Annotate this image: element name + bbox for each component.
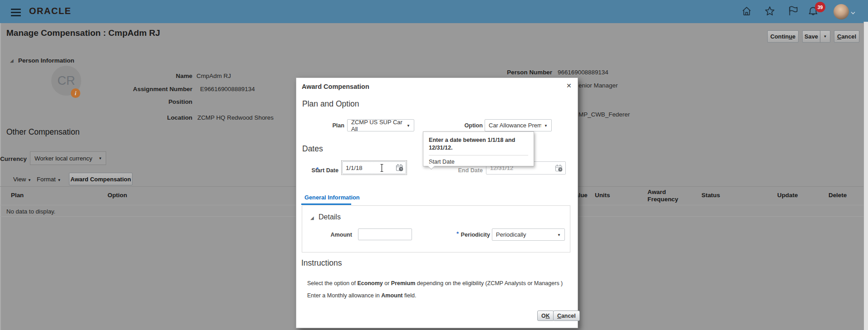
other-compensation-title: Other Compensation	[6, 127, 79, 137]
end-date-calendar-icon[interactable]	[555, 164, 563, 174]
dates-heading: Dates	[302, 144, 323, 154]
page-title: Manage Compensation : CmpAdm RJ	[6, 28, 160, 38]
column-header-award-frequency[interactable]: Award Frequency	[647, 189, 683, 203]
periodicity-label: Periodicity	[460, 232, 490, 238]
instructions-line-2: Enter a Monthly allowance in Amount fiel…	[307, 292, 416, 299]
global-header: ORACLE 39	[0, 0, 868, 23]
award-compensation-button[interactable]: Award Compensation	[69, 173, 132, 185]
column-header-update[interactable]: Update	[777, 192, 798, 199]
person-info-section-title: Person Information	[18, 57, 74, 64]
plan-option-heading: Plan and Option	[302, 99, 359, 109]
info-badge-icon[interactable]: i	[71, 88, 80, 98]
notification-count-badge: 39	[815, 2, 825, 12]
start-date-label: Start Date	[296, 167, 338, 174]
instructions-heading: Instructions	[301, 258, 342, 268]
column-header-option[interactable]: Option	[108, 192, 127, 199]
periodicity-required-marker: *	[456, 230, 459, 237]
date-tooltip: Enter a date between 1/1/18 and 12/31/12…	[423, 131, 534, 166]
periodicity-dropdown-arrow: ▼	[557, 233, 561, 237]
menu-hamburger-icon[interactable]	[11, 7, 21, 18]
person-number-label: Person Number	[481, 69, 552, 76]
watchlist-flag-icon[interactable]	[787, 5, 799, 17]
column-header-units[interactable]: Units	[595, 192, 610, 199]
location-label: Location	[102, 114, 192, 121]
dialog-title: Award Compensation	[302, 83, 369, 90]
ok-button[interactable]: OK	[537, 311, 554, 321]
scrollbar-track[interactable]	[863, 22, 868, 330]
format-menu[interactable]: Format ▼	[37, 176, 61, 183]
details-panel: ◢ Details Amount * Periodicity Periodica…	[302, 205, 570, 252]
option-dropdown-arrow: ▼	[544, 123, 548, 127]
option-label: Option	[432, 122, 483, 129]
location-value: ZCMP HQ Redwood Shores	[197, 114, 274, 121]
person-info-collapse-icon[interactable]: ◢	[10, 58, 14, 63]
details-collapse-icon[interactable]: ◢	[310, 215, 314, 220]
view-menu[interactable]: View ▼	[13, 176, 31, 183]
amount-input[interactable]	[358, 228, 412, 240]
window-left-edge	[0, 23, 1, 330]
cancel-button[interactable]: Cancel	[834, 30, 859, 43]
save-button[interactable]: Save	[802, 30, 820, 43]
tab-active-indicator	[301, 204, 351, 205]
currency-dropdown-arrow: ▼	[98, 156, 102, 160]
favorites-star-icon[interactable]	[764, 5, 775, 17]
text-cursor-icon	[380, 164, 384, 174]
person-number-value: 966169008889134	[558, 69, 608, 76]
instructions-line-1: Select the option of Economy or Premium …	[307, 280, 563, 286]
start-date-focus-ring	[341, 160, 407, 175]
home-icon[interactable]	[741, 5, 752, 17]
currency-select[interactable]: Worker local currency ▼	[30, 151, 106, 165]
user-avatar[interactable]	[834, 4, 849, 19]
award-compensation-dialog: Award Compensation ✕ Plan and Option Pla…	[296, 78, 578, 328]
job-value-clipped: enior Manager	[579, 82, 618, 89]
tab-general-information[interactable]: General Information	[304, 194, 360, 201]
plan-label: Plan	[296, 122, 344, 129]
currency-label: Currency	[0, 155, 27, 162]
save-dropdown-arrow[interactable]: ▼	[820, 30, 830, 43]
plan-dropdown-arrow: ▼	[407, 123, 410, 127]
plan-value-clipped: MP_CWB_Federer	[579, 111, 630, 118]
user-menu-chevron-icon[interactable]	[850, 9, 856, 17]
position-label: Position	[102, 98, 192, 105]
empty-table-text: No data to display.	[6, 208, 55, 215]
application-window: ORACLE 39 Man	[0, 0, 868, 330]
dialog-cancel-button[interactable]: Cancel	[553, 311, 580, 321]
plan-select[interactable]: ZCMP US SUP Car All ▼	[347, 119, 414, 131]
close-icon[interactable]: ✕	[566, 82, 572, 89]
assignment-number-label: Assignment Number	[102, 86, 192, 92]
tooltip-field-name: Start Date	[429, 159, 528, 165]
end-date-label: End Date	[432, 167, 483, 174]
amount-label: Amount	[302, 232, 352, 238]
tooltip-message: Enter a date between 1/1/18 and 12/31/12…	[429, 136, 522, 152]
name-value: CmpAdm RJ	[196, 73, 231, 79]
column-header-delete[interactable]: Delete	[829, 192, 847, 199]
details-heading: Details	[319, 213, 341, 221]
option-select[interactable]: Car Allowance Premiu ▼	[485, 119, 552, 131]
name-label: Name	[102, 73, 192, 79]
assignment-number-value: E966169008889134	[200, 86, 255, 92]
start-date-calendar-icon[interactable]	[396, 164, 404, 174]
continue-button[interactable]: Continue	[767, 30, 799, 43]
column-header-plan[interactable]: Plan	[11, 192, 24, 199]
periodicity-select[interactable]: Periodically ▼	[492, 228, 565, 241]
oracle-logo: ORACLE	[29, 6, 71, 16]
column-header-status[interactable]: Status	[701, 192, 720, 199]
